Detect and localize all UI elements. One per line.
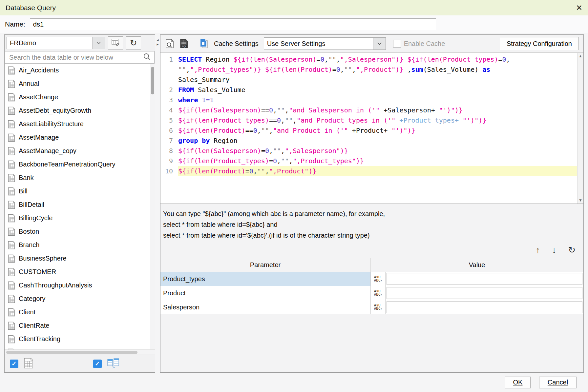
parameter-row[interactable]: Product_typesA⇅UABC▾ [160,272,583,286]
code-line[interactable]: 1SELECT Region ${if(len(Salesperson)=0,"… [160,54,577,65]
table-list-item[interactable]: CashThroughputAnalysis [5,279,155,292]
code-text[interactable]: FROM Sales_Volume [178,85,577,95]
cache-settings-label: Cache Settings [214,40,259,48]
show-views-checkbox[interactable]: ✓ [93,360,102,368]
collapse-left-icon[interactable]: ◂ [157,38,158,42]
parameter-name[interactable]: Product_types [160,272,370,286]
table-name: Client [19,308,35,316]
ok-button[interactable]: OK [505,377,531,388]
table-list-item-partial[interactable] [5,346,155,349]
code-text-highlighted[interactable]: ${if(len(Product)=0,"",",Product")} [178,166,577,176]
parameter-name[interactable]: Salesperson [160,300,370,314]
table-list-item[interactable]: BillingCycle [5,211,155,225]
code-text[interactable]: ${if(len(Product)==0,"","and Product in … [178,126,577,136]
table-list-item[interactable]: AssetLiabilityStructure [5,117,155,131]
search-input[interactable] [9,53,143,62]
code-line[interactable]: 8${if(len(Salesperson)=0,"",",Salesperso… [160,146,577,156]
code-line[interactable]: 9${if(len(Product_types)=0,"",",Product_… [160,156,577,166]
table-list-item[interactable]: Bank [5,171,155,185]
chevron-down-icon[interactable] [373,38,386,49]
code-text[interactable]: ${if(len(Product_types)==0,"","and Produ… [178,115,577,126]
code-line[interactable]: 5${if(len(Product_types)==0,"","and Prod… [160,115,577,126]
code-text[interactable]: ${if(len(Salesperson)==0,"","and Salespe… [178,105,577,115]
table-list-item[interactable]: CUSTOMER [5,265,155,279]
code-text[interactable]: "",",Product_types")} ${if(len(Product)=… [178,65,577,75]
table-icon [8,80,15,88]
sql-editor[interactable]: 1SELECT Region ${if(len(Salesperson)=0,"… [160,52,583,204]
connection-select[interactable]: FRDemo [7,37,105,49]
parameter-value-input[interactable] [387,301,582,313]
refresh-parameters-button[interactable]: ↻ [568,246,576,255]
code-text[interactable]: SELECT Region ${if(len(Salesperson)=0,""… [178,54,577,65]
name-input[interactable] [30,18,436,30]
strategy-configuration-button[interactable]: Strategy Configuration [500,37,579,50]
list-vertical-scrollbar[interactable] [150,64,155,349]
table-icon [8,335,15,343]
table-list-item[interactable]: AssetDebt_equityGrowth [5,104,155,117]
code-text[interactable]: where 1=1 [178,95,577,105]
table-name: ClientTracking [19,335,60,343]
editor-vertical-scrollbar[interactable]: ▲ ▼ [577,53,583,204]
table-list-item[interactable]: AssetChange [5,90,155,104]
show-tables-checkbox[interactable]: ✓ [10,360,18,368]
parameter-value-input[interactable] [387,273,582,285]
table-list-item[interactable]: ClientRate [5,319,155,332]
parameter-type-button[interactable]: A⇅UABC▾ [370,272,386,286]
scrollbar-thumb[interactable] [6,351,137,354]
table-list-item[interactable]: ClientTracking [5,332,155,346]
parameter-value-input[interactable] [387,287,582,299]
code-text[interactable]: ${if(len(Salesperson)=0,"",",Salesperson… [178,146,577,156]
cache-mode-select[interactable]: Use Server Settings [264,37,386,50]
cancel-button[interactable]: Cancel [539,377,577,388]
close-icon[interactable]: ✕ [576,4,582,12]
refresh-icon: ↻ [130,39,137,47]
scroll-down-icon[interactable]: ▼ [578,198,582,203]
parameter-row[interactable]: SalespersonA⇅UABC▾ [160,300,583,314]
table-list-item[interactable]: BackboneTeamPenetrationQuery [5,158,155,171]
code-text[interactable]: Sales_Summary [178,75,577,85]
table-list-item[interactable]: Category [5,292,155,305]
code-text[interactable]: ${if(len(Product_types)=0,"",",Product_t… [178,156,577,166]
sql-editor-lines[interactable]: 1SELECT Region ${if(len(Salesperson)=0,"… [160,53,577,204]
collapse-right-icon[interactable]: ▸ [157,43,158,46]
scrollbar-thumb[interactable] [151,67,154,94]
panel-splitter[interactable]: ◂ ▸ [155,34,160,373]
code-line[interactable]: "",",Product_types")} ${if(len(Product)=… [160,65,577,75]
table-list-item[interactable]: Branch [5,238,155,252]
scroll-up-icon[interactable]: ▲ [578,54,582,58]
parameter-type-button[interactable]: A⇅UABC▾ [370,300,386,314]
enable-cache-checkbox[interactable] [393,40,401,48]
table-name: CashThroughputAnalysis [19,282,92,289]
table-list-item[interactable]: BillDetail [5,198,155,211]
table-list-item[interactable]: Boston [5,225,155,238]
move-up-button[interactable]: ↑ [536,246,540,255]
code-line[interactable]: Sales_Summary [160,75,577,85]
refresh-connection-button[interactable]: ↻ [126,36,141,49]
preview-button[interactable] [165,39,174,49]
edit-connection-icon [111,38,120,48]
code-line[interactable]: 3where 1=1 [160,95,577,105]
code-text[interactable]: group by Region [178,136,577,146]
code-line[interactable]: 2FROM Sales_Volume [160,85,577,95]
table-list-item[interactable]: Bill [5,185,155,198]
sql-file-button[interactable]: SQL [179,39,189,49]
table-list-item[interactable]: BusinessSphere [5,252,155,265]
table-list-item[interactable]: AssetManage [5,131,155,144]
code-line[interactable]: 10${if(len(Product)=0,"",",Product")} [160,166,577,176]
move-down-button[interactable]: ↓ [552,246,556,255]
code-line[interactable]: 6${if(len(Product)==0,"","and Product in… [160,126,577,136]
table-list-item[interactable]: AssetManage_copy [5,144,155,158]
parameter-name[interactable]: Product [160,286,370,300]
footer: OK Cancel [0,373,588,392]
code-line[interactable]: 4${if(len(Salesperson)==0,"","and Salesp… [160,105,577,115]
table-list-item[interactable]: Client [5,305,155,319]
table-name: CUSTOMER [19,268,56,276]
code-line[interactable]: 7group by Region [160,136,577,146]
edit-connection-button[interactable] [108,36,123,49]
parameter-row[interactable]: ProductA⇅UABC▾ [160,286,583,300]
table-list-item[interactable]: Air_Accidents [5,64,155,77]
table-list-item[interactable]: Annual [5,77,155,90]
chevron-down-icon[interactable] [92,37,105,49]
list-horizontal-scrollbar[interactable] [5,349,155,355]
parameter-type-button[interactable]: A⇅UABC▾ [370,286,386,300]
